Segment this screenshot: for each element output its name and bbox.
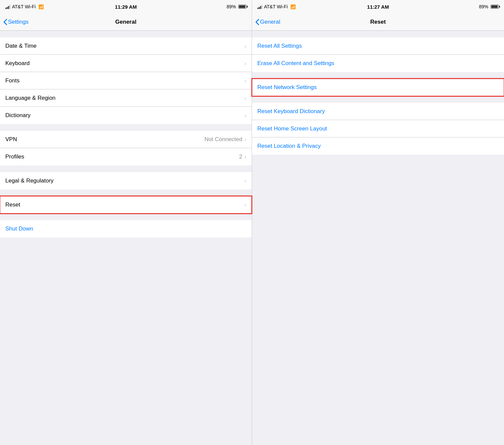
chevron-icon: › (244, 202, 246, 208)
right-battery-area: 89% (479, 4, 499, 9)
shutdown-label: Shut Down (5, 226, 33, 232)
reset-keyboard-label: Reset Keyboard Dictionary (257, 108, 325, 115)
signal-icon (257, 4, 262, 9)
list-item-erase-all[interactable]: Erase All Content and Settings (252, 55, 504, 72)
legal-label: Legal & Regulatory (5, 177, 54, 184)
left-gap-top (0, 31, 252, 34)
right-time: 11:27 AM (367, 4, 389, 10)
signal-icon (5, 4, 10, 9)
chevron-icon: › (244, 43, 246, 49)
left-shutdown-section: Shut Down (0, 220, 252, 238)
vpn-right: Not Connected › (205, 136, 246, 143)
profiles-label: Profiles (5, 153, 24, 160)
language-label: Language & Region (5, 95, 55, 101)
list-item-shutdown[interactable]: Shut Down (0, 220, 252, 238)
list-item-reset-keyboard[interactable]: Reset Keyboard Dictionary (252, 103, 504, 120)
dictionary-label: Dictionary (5, 112, 31, 119)
erase-all-label: Erase All Content and Settings (257, 60, 334, 67)
right-nav-title: Reset (370, 19, 386, 25)
left-back-button[interactable]: Settings (3, 19, 28, 25)
left-gap-5 (0, 213, 252, 217)
chevron-icon: › (244, 154, 246, 160)
reset-location-label: Reset Location & Privacy (257, 143, 321, 149)
chevron-icon: › (244, 178, 246, 184)
right-group2: Reset Network Settings (252, 79, 504, 96)
reset-network-label: Reset Network Settings (257, 84, 317, 91)
list-item-fonts[interactable]: Fonts › (0, 72, 252, 89)
list-item-dictionary[interactable]: Dictionary › (0, 107, 252, 124)
list-item-keyboard[interactable]: Keyboard › (0, 55, 252, 72)
battery-icon (491, 5, 499, 9)
left-group3: Legal & Regulatory › (0, 172, 252, 189)
right-carrier-label: AT&T Wi-Fi (264, 4, 288, 9)
list-item-reset-all-settings[interactable]: Reset All Settings (252, 37, 504, 55)
list-item-legal[interactable]: Legal & Regulatory › (0, 172, 252, 189)
left-gap-2 (0, 124, 252, 127)
left-carrier-label: AT&T Wi-Fi (12, 4, 36, 9)
profiles-count: 2 (239, 153, 242, 160)
left-nav-title: General (115, 19, 136, 25)
profiles-right: 2 › (239, 153, 246, 160)
right-nav-bar: General Reset (252, 13, 504, 31)
left-group2: VPN Not Connected › Profiles 2 › (0, 131, 252, 165)
chevron-icon: › (244, 112, 246, 118)
right-panel: AT&T Wi-Fi 📶 11:27 AM 89% General Reset … (252, 0, 504, 445)
chevron-icon: › (244, 136, 246, 142)
list-item-reset-network[interactable]: Reset Network Settings (252, 79, 504, 96)
reset-home-screen-label: Reset Home Screen Layout (257, 125, 327, 132)
vpn-status: Not Connected (205, 136, 242, 143)
left-nav-bar: Settings General (0, 13, 252, 31)
right-back-button[interactable]: General (255, 19, 280, 25)
left-group1: Date & Time › Keyboard › Fonts › Languag… (0, 37, 252, 124)
left-back-label: Settings (8, 19, 28, 25)
right-gap-3 (252, 96, 504, 99)
battery-icon (238, 5, 246, 9)
chevron-icon: › (244, 60, 246, 66)
list-item-profiles[interactable]: Profiles 2 › (0, 148, 252, 165)
chevron-icon: › (244, 95, 246, 101)
right-gap-top (252, 31, 504, 34)
list-item-vpn[interactable]: VPN Not Connected › (0, 131, 252, 148)
list-item-date-time[interactable]: Date & Time › (0, 37, 252, 55)
left-status-bar: AT&T Wi-Fi 📶 11:29 AM 89% (0, 0, 252, 13)
reset-all-settings-label: Reset All Settings (257, 43, 302, 49)
list-item-reset-location[interactable]: Reset Location & Privacy (252, 137, 504, 155)
right-back-label: General (260, 19, 280, 25)
keyboard-label: Keyboard (5, 60, 30, 67)
left-battery-percent: 89% (227, 4, 236, 9)
list-item-reset[interactable]: Reset › (0, 196, 252, 213)
right-status-bar: AT&T Wi-Fi 📶 11:27 AM 89% (252, 0, 504, 13)
left-bottom-space (0, 238, 252, 445)
left-gap-4 (0, 189, 252, 193)
wifi-icon: 📶 (290, 4, 296, 9)
left-gap-3 (0, 165, 252, 169)
date-time-label: Date & Time (5, 43, 37, 49)
left-battery-area: 89% (227, 4, 246, 9)
left-panel: AT&T Wi-Fi 📶 11:29 AM 89% Settings Gener… (0, 0, 252, 445)
wifi-icon: 📶 (38, 4, 44, 9)
chevron-icon: › (244, 78, 246, 84)
right-group1: Reset All Settings Erase All Content and… (252, 37, 504, 72)
left-carrier-signal: AT&T Wi-Fi 📶 (5, 4, 44, 9)
left-time: 11:29 AM (115, 4, 137, 10)
right-gap-2 (252, 72, 504, 75)
right-battery-percent: 89% (479, 4, 488, 9)
right-carrier-signal: AT&T Wi-Fi 📶 (257, 4, 296, 9)
reset-label: Reset (5, 201, 20, 208)
list-item-reset-home-screen[interactable]: Reset Home Screen Layout (252, 120, 504, 137)
fonts-label: Fonts (5, 77, 20, 84)
left-group4: Reset › (0, 196, 252, 213)
right-bottom-space (252, 155, 504, 445)
vpn-label: VPN (5, 136, 17, 143)
right-group3: Reset Keyboard Dictionary Reset Home Scr… (252, 103, 504, 155)
list-item-language[interactable]: Language & Region › (0, 89, 252, 107)
